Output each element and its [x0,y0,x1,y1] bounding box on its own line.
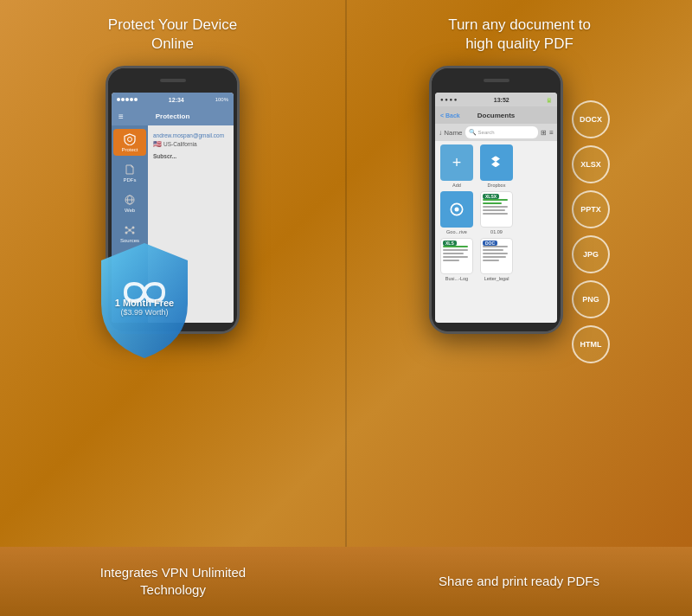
shield-sub-text: ($3.99 Worth) [93,308,196,317]
signal-right: ● ● ● ● [440,97,458,102]
nav-bar-left: ≡ Protection [112,106,234,125]
list-item[interactable]: + Add [439,144,475,188]
phone-top-left [108,68,237,93]
badge-pptx: PPTX [572,190,610,228]
bottom-left: Integrates VPN Unlimited Technology [0,547,346,616]
docs-grid: + Add Dro [435,141,557,285]
list-item[interactable]: Dropbox [478,144,515,188]
protect-icon [123,132,137,146]
battery-label: 100% [215,97,228,102]
doc-badge: DOC [483,241,497,246]
xlsx-doc-icon[interactable]: XLSX [480,191,513,228]
xls-doc-label: Busi...-Log [445,276,468,281]
sidebar-pdfs[interactable]: PDFs [113,159,146,186]
svg-line-9 [126,228,130,230]
svg-line-11 [126,230,130,233]
doc-file-icon[interactable]: DOC [480,238,513,274]
pdfs-label: PDFs [115,177,144,183]
dot3 [125,98,129,101]
right-panel-title: Turn any document to high quality PDF [448,16,591,54]
web-icon [123,193,137,207]
vpn-shield: 1 Month Free ($3.99 Worth) [93,239,196,360]
badge-png: PNG [572,280,610,318]
dot5 [134,98,138,101]
subscribe-text: Subscr... [148,151,234,161]
svg-line-12 [130,230,133,233]
status-right-left: 100% [215,97,228,102]
sidebar-web[interactable]: Web [113,189,146,216]
dot2 [121,98,125,101]
xlsx-badge: XLSX [483,194,499,199]
search-magnifier-icon: 🔍 [469,129,477,136]
user-info: andrew.mospan@gmail.com 🇺🇸 US-California [148,125,234,151]
dot4 [130,98,133,101]
left-panel: Protect Your Device Online [0,0,345,547]
gdrive-label: Goo...rive [446,229,467,234]
badge-docx: DOCX [572,100,610,138]
left-phone-area: 12:34 100% ≡ Protection [106,66,240,334]
battery-right: 🔋 [546,97,552,103]
speaker [160,79,186,82]
doc-file-label: Letter_legal [484,276,509,281]
xls-doc-icon[interactable]: XLS [440,238,473,274]
app-background: Protect Your Device Online [0,0,692,616]
hamburger-icon[interactable]: ≡ [119,112,124,121]
pdf-icon [123,163,137,176]
svg-line-10 [130,228,133,230]
bottom-left-text: Integrates VPN Unlimited Technology [100,564,246,600]
sort-icon[interactable]: ↓ Name [439,129,463,137]
user-location: 🇺🇸 US-California [153,140,228,148]
gdrive-icon[interactable] [440,191,473,228]
signal-dots [117,98,138,101]
docs-nav: < Back Documents [435,106,557,124]
left-panel-title: Protect Your Device Online [108,16,237,54]
list-item[interactable]: Goo...rive [439,191,475,234]
status-bar-left: 12:34 100% [112,93,234,106]
add-doc-label: Add [452,183,461,188]
search-placeholder: Search [478,130,495,135]
protect-label: Protect [115,147,144,152]
status-bar-right: ● ● ● ● 13:52 🔋 [435,93,557,106]
right-phone-area: ● ● ● ● 13:52 🔋 < Back Documents ↓ N [429,66,610,363]
sidebar-protect[interactable]: Protect [113,129,146,156]
list-view-icon[interactable]: ≡ [549,129,554,137]
xls-badge: XLS [443,241,457,246]
shield-text-container: 1 Month Free ($3.99 Worth) [93,298,196,317]
format-badges-list: DOCX XLSX PPTX JPG PNG HTML [572,100,610,363]
list-item[interactable]: DOC [478,238,515,281]
search-box[interactable]: 🔍 Search [465,126,539,138]
badge-html: HTML [572,325,610,363]
dropbox-label: Dropbox [488,183,506,188]
flag-icon: 🇺🇸 [153,140,162,148]
add-doc-icon[interactable]: + [440,144,473,181]
docs-toolbar: ↓ Name 🔍 Search ⊞ ≡ [435,124,557,141]
dot1 [117,98,120,101]
dots-right: ● ● ● ● [440,97,458,102]
shield-main-text: 1 Month Free [93,298,196,308]
right-phone: ● ● ● ● 13:52 🔋 < Back Documents ↓ N [429,66,563,334]
location-text: US-California [163,141,197,147]
phone-top-right [432,68,561,93]
user-email: andrew.mospan@gmail.com [153,132,228,138]
badge-xlsx: XLSX [572,145,610,183]
bottom-right: Share and print ready PDFs [346,547,692,616]
right-panel: Turn any document to high quality PDF ● … [347,0,692,547]
list-item[interactable]: XLS [439,238,475,281]
list-item[interactable]: XLSX [478,191,515,234]
docs-title: Documents [477,112,516,119]
nav-title-left: Protection [156,112,190,120]
grid-view-icon[interactable]: ⊞ [541,129,547,137]
top-section: Protect Your Device Online [0,0,692,547]
phone-screen-right: ● ● ● ● 13:52 🔋 < Back Documents ↓ N [435,93,557,323]
xlsx-doc-label: 01.09 [490,229,503,234]
dropbox-icon[interactable] [480,144,513,181]
sources-icon [123,223,137,237]
badge-jpg: JPG [572,235,610,273]
bottom-right-text: Share and print ready PDFs [439,573,599,590]
status-time-left: 12:34 [169,97,184,103]
bottom-section: Integrates VPN Unlimited Technology Shar… [0,547,692,616]
svg-point-14 [455,208,459,212]
back-button[interactable]: < Back [440,112,460,119]
web-label: Web [115,208,144,213]
status-time-right: 13:52 [494,97,509,103]
